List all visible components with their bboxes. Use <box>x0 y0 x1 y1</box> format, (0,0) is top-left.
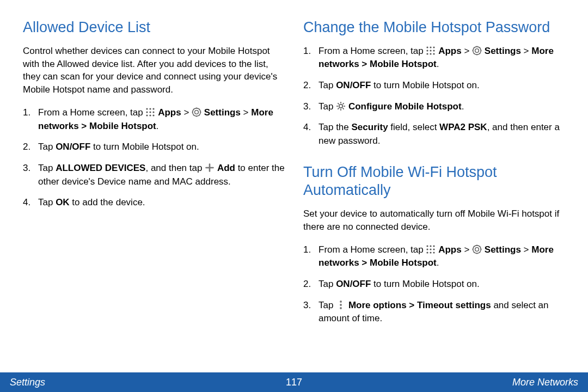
svg-point-57 <box>433 252 435 253</box>
svg-line-17 <box>193 115 194 115</box>
svg-point-40 <box>339 104 342 107</box>
left-column: Allowed Device List Control whether devi… <box>23 19 285 365</box>
svg-point-53 <box>430 248 432 250</box>
svg-point-27 <box>427 53 428 54</box>
svg-line-39 <box>480 47 480 48</box>
page-footer: Settings 117 More Networks <box>0 372 588 392</box>
svg-point-31 <box>475 48 479 52</box>
apps-grid-icon <box>426 46 436 56</box>
dot: . <box>437 258 439 268</box>
allowed-devices-label: ALLOWED DEVICES <box>56 163 145 173</box>
apps-label: Apps <box>438 244 462 255</box>
step-text: , and then tap <box>145 163 205 173</box>
svg-point-10 <box>195 111 199 114</box>
svg-point-28 <box>430 53 432 54</box>
sep: > <box>462 244 472 255</box>
svg-point-50 <box>430 245 432 247</box>
configure-gear-icon <box>336 101 346 111</box>
svg-line-65 <box>480 252 480 252</box>
step-text: Tap <box>318 80 336 90</box>
svg-line-67 <box>480 246 480 247</box>
section-intro: Control whether devices can connect to y… <box>23 45 285 96</box>
step-item: Tap ALLOWED DEVICES, and then tap Add to… <box>23 162 285 188</box>
apps-label: Apps <box>158 107 181 118</box>
footer-left: Settings <box>10 377 45 388</box>
svg-line-38 <box>474 53 474 54</box>
svg-line-47 <box>338 108 339 109</box>
step-text: Tap <box>318 279 336 289</box>
step-text: field, select <box>388 122 440 132</box>
step-item: Tap Configure Mobile Hotspot. <box>303 100 565 114</box>
svg-point-7 <box>150 114 151 116</box>
svg-point-55 <box>427 252 428 253</box>
step-text: to turn Mobile Hotspot on. <box>90 142 199 152</box>
section-allowed-device-list: Allowed Device List Control whether devi… <box>23 19 285 210</box>
dot: . <box>437 59 439 69</box>
svg-line-16 <box>199 115 200 115</box>
step-text: Tap <box>318 300 336 310</box>
step-text: to add the device. <box>70 197 145 207</box>
step-list: From a Home screen, tap Apps > Settings … <box>303 45 565 148</box>
svg-point-70 <box>340 307 342 309</box>
onoff-label: ON/OFF <box>336 80 371 90</box>
step-text: to turn Mobile Hotspot on. <box>371 80 479 90</box>
sep: > <box>521 244 531 255</box>
svg-line-46 <box>343 108 344 109</box>
svg-point-59 <box>475 247 479 251</box>
plus-icon <box>205 163 215 173</box>
settings-label: Settings <box>485 244 521 255</box>
svg-point-0 <box>146 108 148 109</box>
step-list: From a Home screen, tap Apps > Settings … <box>23 106 285 210</box>
step-item: From a Home screen, tap Apps > Settings … <box>303 45 565 71</box>
footer-page-number: 117 <box>286 377 302 388</box>
dot: . <box>156 121 159 131</box>
step-item: Tap the Security field, select WPA2 PSK,… <box>303 121 565 148</box>
step-text: Tap the <box>318 122 352 132</box>
more-options-label: More options > Timeout settings <box>348 300 491 310</box>
settings-gear-icon <box>192 107 201 117</box>
svg-point-1 <box>150 108 151 109</box>
svg-line-36 <box>474 47 474 48</box>
svg-point-25 <box>430 50 432 51</box>
step-text: to turn Mobile Hotspot on. <box>371 279 479 289</box>
wpa2-label: WPA2 PSK <box>439 122 487 132</box>
add-label: Add <box>217 163 235 173</box>
svg-point-4 <box>150 111 151 113</box>
sep: > <box>241 107 251 118</box>
section-title: Turn Off Mobile Wi-Fi Hotspot Automatica… <box>303 163 565 200</box>
step-text: Tap <box>38 197 56 207</box>
settings-label: Settings <box>485 46 521 56</box>
settings-gear-icon <box>472 46 482 56</box>
svg-point-52 <box>427 248 428 250</box>
svg-line-18 <box>199 109 200 109</box>
apps-grid-icon <box>145 107 155 117</box>
dot: . <box>462 101 464 112</box>
svg-point-56 <box>430 252 432 253</box>
svg-point-54 <box>433 248 435 250</box>
settings-label: Settings <box>204 107 241 118</box>
svg-point-29 <box>433 53 435 54</box>
step-item: From a Home screen, tap Apps > Settings … <box>23 106 285 133</box>
right-column: Change the Mobile Hotspot Password From … <box>303 19 565 365</box>
svg-line-66 <box>474 252 474 252</box>
svg-line-48 <box>343 103 344 104</box>
section-title: Allowed Device List <box>23 19 285 37</box>
apps-grid-icon <box>426 244 436 254</box>
section-title: Change the Mobile Hotspot Password <box>303 19 565 37</box>
step-text: From a Home screen, tap <box>318 46 426 56</box>
sep: > <box>462 46 472 56</box>
svg-line-15 <box>193 109 194 109</box>
svg-point-68 <box>340 301 342 303</box>
step-item: Tap OK to add the device. <box>23 196 285 210</box>
step-item: From a Home screen, tap Apps > Settings … <box>303 243 565 270</box>
onoff-label: ON/OFF <box>56 142 90 152</box>
svg-point-22 <box>430 46 432 48</box>
security-label: Security <box>352 122 388 132</box>
step-text: From a Home screen, tap <box>318 244 426 255</box>
step-item: Tap ON/OFF to turn Mobile Hotspot on. <box>23 140 285 154</box>
apps-label: Apps <box>438 46 462 56</box>
page-body: Allowed Device List Control whether devi… <box>0 0 588 365</box>
more-options-icon <box>336 300 346 310</box>
section-change-password: Change the Mobile Hotspot Password From … <box>303 19 565 148</box>
svg-point-3 <box>146 111 148 113</box>
